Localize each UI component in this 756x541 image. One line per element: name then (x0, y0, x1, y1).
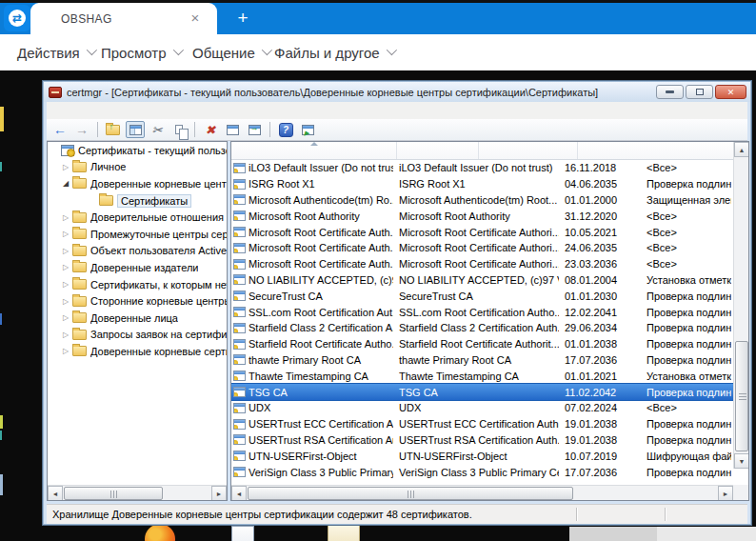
certificate-icon (233, 451, 246, 461)
cell-issued-by: SecureTrust CA (393, 291, 559, 302)
column-header[interactable] (571, 142, 578, 159)
expand-arrow-icon[interactable]: ▷ (61, 213, 70, 222)
expand-arrow-icon[interactable]: ▷ (61, 230, 70, 238)
table-row[interactable]: USERTrust ECC Certification Au... USERTr… (231, 416, 735, 432)
teamviewer-logo-icon[interactable]: ⇄ (4, 5, 30, 31)
column-header[interactable] (231, 142, 397, 159)
title-bar[interactable]: certmgr - [Сертификаты - текущий пользов… (44, 82, 750, 102)
expand-arrow-icon[interactable]: ▷ (61, 313, 70, 322)
tree-item[interactable]: Сертификаты - текущий пользоват (48, 142, 227, 159)
expand-arrow-icon[interactable]: ▷ (61, 163, 70, 171)
minimize-button[interactable] (656, 85, 684, 99)
table-row[interactable]: Microsoft Root Certificate Auth... Micro… (231, 256, 735, 272)
menu-view[interactable]: Просмотр (101, 42, 181, 63)
tree-item[interactable]: ▷ Доверительные отношения в пр (48, 209, 227, 226)
table-row[interactable]: iLO3 Default Issuer (Do not trust) iLO3 … (231, 160, 735, 176)
tree-item[interactable]: ▷ Сторонние корневые центры се (48, 292, 227, 310)
list-vertical-scrollbar[interactable]: ▲ ▼ (733, 142, 748, 469)
scroll-left-icon[interactable]: ◄ (231, 486, 247, 501)
cell-expires: 23.03.2036 (559, 258, 641, 270)
cell-purposes: Проверка подлин... (641, 307, 731, 318)
expand-arrow-icon[interactable]: ▷ (61, 280, 70, 289)
cell-issued-by: Microsoft Root Certificate Authori... (393, 242, 559, 253)
expand-arrow-icon[interactable]: ▷ (61, 297, 70, 306)
expand-arrow-icon[interactable]: ▷ (61, 247, 70, 255)
desktop-icon-certificate[interactable] (328, 525, 360, 541)
table-row[interactable]: Thawte Timestamping CA Thawte Timestampi… (231, 368, 735, 384)
desktop-icon-shortcut[interactable]: ↗ (231, 526, 254, 541)
scroll-right-icon[interactable]: ► (211, 486, 227, 501)
table-row[interactable]: Microsoft Root Certificate Auth... Micro… (231, 224, 735, 240)
export-list-icon[interactable]: → (245, 121, 264, 138)
tree-item[interactable]: ▷ Личное (48, 159, 227, 176)
tree-item[interactable]: ▷ Доверенные корневые сертифи (48, 343, 227, 360)
column-header[interactable] (479, 142, 571, 159)
column-header[interactable] (397, 142, 479, 159)
scroll-down-icon[interactable]: ▼ (734, 453, 749, 469)
console-tree-icon[interactable] (126, 121, 145, 138)
tree-item[interactable]: ▷ Доверенные лица (48, 310, 227, 327)
tree-item[interactable]: ▷ Промежуточные центры серти (48, 226, 227, 243)
table-row[interactable]: Starfield Class 2 Certification A... Sta… (231, 320, 735, 336)
mmc-menu-item[interactable] (83, 109, 98, 112)
tree-item[interactable]: ▷ Объект пользователя Active Dir (48, 243, 227, 260)
table-row[interactable]: ISRG Root X1 ISRG Root X1 04.06.2035 Про… (231, 176, 735, 192)
tree-item[interactable]: Сертификаты (48, 192, 227, 210)
mmc-menu-item[interactable] (68, 109, 83, 112)
table-row[interactable]: thawte Primary Root CA thawte Primary Ro… (231, 352, 735, 369)
delete-icon[interactable]: ✖ (201, 121, 220, 138)
tree-node-icon (61, 145, 74, 156)
table-row[interactable]: UDX UDX 07.02.2024 <Все> (231, 400, 735, 416)
cell-issued-to: VeriSign Class 3 Public Primary ... (249, 467, 393, 478)
scroll-up-icon[interactable]: ▲ (734, 142, 749, 157)
properties-icon[interactable] (223, 121, 242, 138)
session-tab[interactable]: OBSHAG × (30, 3, 217, 34)
copy-icon[interactable] (169, 121, 189, 138)
table-row[interactable]: Starfield Root Certificate Autho... Star… (231, 336, 735, 352)
up-level-icon[interactable]: ↑ (104, 121, 123, 138)
table-row[interactable]: SSL.com Root Certification Aut... SSL.co… (231, 304, 735, 320)
expand-arrow-icon[interactable]: ◢ (61, 179, 70, 188)
expand-arrow-icon[interactable]: ▷ (61, 331, 70, 339)
table-row[interactable]: VeriSign Class 3 Public Primary ... Veri… (231, 464, 735, 480)
desktop-icon-firefox[interactable]: ↗ (145, 524, 175, 541)
forward-icon[interactable]: → (72, 121, 91, 138)
table-row[interactable]: UTN-USERFirst-Object UTN-USERFirst-Objec… (231, 448, 735, 464)
table-row[interactable]: SecureTrust CA SecureTrust CA 01.01.2030… (231, 288, 735, 304)
table-row[interactable]: Microsoft Authenticode(tm) Ro... Microso… (231, 192, 735, 209)
expand-arrow-icon[interactable]: ▷ (61, 347, 70, 355)
scroll-right-icon[interactable]: ► (718, 486, 733, 501)
menu-actions[interactable]: Действия (17, 42, 94, 63)
restore-button[interactable] (686, 85, 713, 99)
table-row[interactable]: USERTrust RSA Certification Au... USERTr… (231, 432, 735, 449)
scroll-left-icon[interactable]: ◄ (48, 486, 63, 501)
tree-item[interactable]: ▷ Доверенные издатели (48, 259, 227, 276)
table-row[interactable]: NO LIABILITY ACCEPTED, (c)97 ... NO LIAB… (231, 272, 735, 289)
new-tab-button[interactable]: + (231, 7, 254, 30)
table-row[interactable]: Microsoft Root Authority Microsoft Root … (231, 208, 735, 224)
close-button[interactable]: ✕ (715, 85, 746, 99)
mmc-menu-item[interactable] (98, 109, 113, 112)
scrollbar-thumb[interactable] (248, 487, 573, 500)
tree-horizontal-scrollbar[interactable]: ◄ ► (48, 485, 227, 500)
expand-arrow-icon[interactable]: ▷ (61, 263, 70, 271)
table-row[interactable]: TSG CA TSG CA 11.02.2042 Проверка подлин… (231, 384, 735, 400)
status-bar: Хранилище Доверенные корневые центры сер… (47, 504, 747, 524)
tree-item[interactable]: ◢ Доверенные корневые центры (48, 175, 227, 192)
cut-icon[interactable]: ✂ (148, 121, 167, 138)
help-icon[interactable]: ? (276, 121, 295, 138)
mmc-menu-item[interactable] (52, 109, 68, 112)
scrollbar-thumb[interactable] (64, 487, 163, 500)
back-icon[interactable]: ← (50, 121, 70, 138)
cell-issued-by: iLO3 Default Issuer (Do not trust) (393, 162, 559, 173)
list-horizontal-scrollbar[interactable]: ◄ ► (231, 485, 733, 500)
menu-communicate[interactable]: Общение (192, 42, 269, 63)
session-tab-title: OBSHAG (61, 12, 112, 26)
tree-item[interactable]: ▷ Запросы заявок на сертификат (48, 327, 227, 344)
console-window-icon[interactable]: ▶ (298, 121, 317, 138)
scrollbar-thumb[interactable] (735, 341, 748, 451)
menu-files[interactable]: Файлы и другое (274, 42, 394, 63)
close-tab-icon[interactable]: × (187, 10, 204, 27)
table-row[interactable]: Microsoft Root Certificate Auth... Micro… (231, 240, 735, 256)
tree-item[interactable]: ▷ Сертификаты, к которым нет до (48, 276, 227, 293)
